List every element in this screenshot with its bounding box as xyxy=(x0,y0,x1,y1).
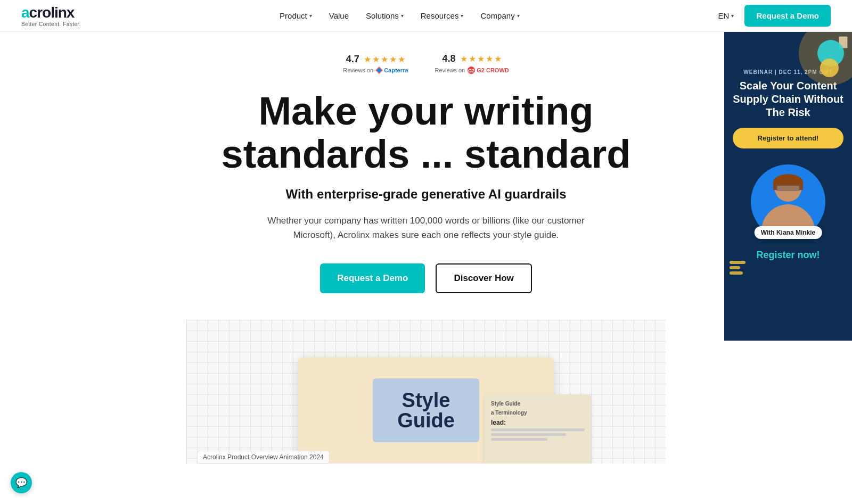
ratings-row: 4.7 ★ ★ ★ ★ ★ Reviews on Capterra xyxy=(343,53,509,75)
nav-item-company[interactable]: Company ▾ xyxy=(480,11,519,20)
star-half: ★ xyxy=(398,54,405,64)
star-4: ★ xyxy=(389,54,397,64)
logo-brand: acrolinx xyxy=(21,4,74,21)
language-selector[interactable]: EN ▾ xyxy=(718,11,734,20)
chat-widget[interactable]: 💬 xyxy=(11,472,32,493)
hero-subtitle: With enterprise-grade generative AI guar… xyxy=(285,187,566,202)
style-guide-card: Style Guide Style Guide a Terminology le… xyxy=(298,357,554,464)
star-1: ★ xyxy=(364,54,371,64)
decorative-circle-yellow xyxy=(820,59,839,77)
sidebar-ad: ✕ WEBINAR | DEC 11, 2PM GMT Scale Your C… xyxy=(724,32,852,341)
gcrowd-label: Reviews on G2 G2 CROWD xyxy=(435,66,509,75)
capterra-label: Reviews on Capterra xyxy=(343,67,408,74)
speaker-name-badge: With Kiana Minkie xyxy=(755,226,822,239)
star-1: ★ xyxy=(460,54,468,64)
animation-mock: Style Guide Style Guide a Terminology le… xyxy=(186,320,666,464)
request-demo-header-button[interactable]: Request a Demo xyxy=(744,5,831,27)
header-right: EN ▾ Request a Demo xyxy=(718,5,831,27)
gcrowd-platform-logo: G2 G2 CROWD xyxy=(467,66,509,75)
capterra-score: 4.7 xyxy=(346,54,359,65)
decorative-lines xyxy=(730,261,746,277)
star-3: ★ xyxy=(477,54,485,64)
star-4: ★ xyxy=(486,54,493,64)
hero-title: Make your writing standards ... standard xyxy=(186,89,666,176)
capterra-stars: ★ ★ ★ ★ ★ xyxy=(364,54,405,64)
speaker-glasses xyxy=(776,185,800,191)
nav-item-product[interactable]: Product ▾ xyxy=(280,11,312,20)
nav-item-resources[interactable]: Resources ▾ xyxy=(421,11,464,20)
gcrowd-score: 4.8 xyxy=(443,53,456,64)
main-nav: Product ▾ Value Solutions ▾ Resources ▾ … xyxy=(280,11,520,20)
terminology-card: Style Guide a Terminology lead: xyxy=(485,394,591,464)
cta-row: Request a Demo Discover How xyxy=(320,263,532,293)
logo[interactable]: acrolinx Better Content. Faster. xyxy=(21,4,81,27)
logo-tagline: Better Content. Faster. xyxy=(21,21,81,27)
star-2: ★ xyxy=(372,54,380,64)
chevron-down-icon: ▾ xyxy=(731,13,734,19)
hero-body: Whether your company has written 100,000… xyxy=(253,213,599,242)
nav-item-solutions[interactable]: Solutions ▾ xyxy=(366,11,404,20)
style-guide-inner: Style Guide xyxy=(373,378,479,442)
terminology-lead: lead: xyxy=(491,419,585,426)
chevron-down-icon: ▾ xyxy=(401,13,404,19)
star-3: ★ xyxy=(381,54,388,64)
svg-text:G2: G2 xyxy=(468,68,474,73)
terminology-subtitle: a Terminology xyxy=(491,410,585,416)
chevron-down-icon: ▾ xyxy=(461,13,463,19)
nav-item-value[interactable]: Value xyxy=(329,11,349,20)
video-caption: Acrolinx Product Overview Animation 2024 xyxy=(197,451,330,464)
terminology-title: Style Guide xyxy=(491,401,585,407)
gcrowd-stars: ★ ★ ★ ★ ★ xyxy=(460,54,502,64)
chevron-down-icon: ▾ xyxy=(309,13,312,19)
register-now-link[interactable]: Register now! xyxy=(756,250,820,261)
style-guide-title: Style xyxy=(402,390,450,410)
ad-headline: Scale Your Content Supply Chain Without … xyxy=(733,79,843,119)
capterra-rating: 4.7 ★ ★ ★ ★ ★ Reviews on Capterra xyxy=(343,54,408,74)
header: acrolinx Better Content. Faster. Product… xyxy=(0,0,852,32)
capterra-platform-logo: Capterra xyxy=(375,67,408,74)
chevron-down-icon: ▾ xyxy=(517,13,520,19)
gcrowd-rating: 4.8 ★ ★ ★ ★ ★ Reviews on G2 G2 CROWD xyxy=(435,53,509,75)
discover-how-button[interactable]: Discover How xyxy=(436,263,531,293)
style-guide-title2: Guide xyxy=(397,410,455,431)
main-wrapper: 4.7 ★ ★ ★ ★ ★ Reviews on Capterra xyxy=(0,32,852,480)
register-attend-button[interactable]: Register to attend! xyxy=(733,128,843,148)
chat-icon: 💬 xyxy=(15,477,27,489)
star-half: ★ xyxy=(494,54,502,64)
star-2: ★ xyxy=(469,54,476,64)
speaker-area: With Kiana Minkie xyxy=(733,164,843,239)
product-overview-video[interactable]: Style Guide Style Guide a Terminology le… xyxy=(186,320,666,469)
request-demo-button[interactable]: Request a Demo xyxy=(320,263,425,293)
